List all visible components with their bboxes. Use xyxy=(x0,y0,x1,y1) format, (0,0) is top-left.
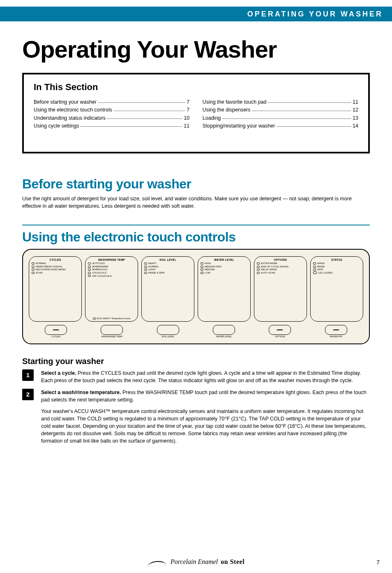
controls-divider: Using the electronic touch controls xyxy=(22,225,370,245)
indicator-led xyxy=(313,269,316,271)
toc-row[interactable]: Using cycle settings11 xyxy=(34,122,189,130)
control-panel-buttons: CYCLESWASH/RINSE TEMPSOIL LEVELWATER LEV… xyxy=(29,325,363,338)
step-number-icon: 1 xyxy=(22,369,34,381)
indicator-led xyxy=(32,262,35,264)
panel-group-cycles: CYCLESNORMALPERM PRESS CASUALDELICATES/ … xyxy=(29,256,82,322)
toc-row[interactable]: Using the dispensers12 xyxy=(203,106,358,114)
indicator-led xyxy=(257,266,260,268)
toc-row[interactable]: Using the favorite touch pad11 xyxy=(203,98,358,106)
panel-group-wash-rinse-temp: WASH/RINSE TEMPHOT/COLDWARM/WARMWARM/COL… xyxy=(85,256,138,322)
in-this-section-title: In This Section xyxy=(34,82,358,93)
section-header-bar: OPERATING YOUR WASHER xyxy=(0,7,392,21)
touchpad-options[interactable]: OPTIONS xyxy=(254,325,306,338)
panel-group-status: STATUSWASHRINSESPINLID LOCKED xyxy=(310,256,363,322)
control-panel-groups: CYCLESNORMALPERM PRESS CASUALDELICATES/ … xyxy=(29,256,363,322)
touchpad-cycles[interactable]: CYCLES xyxy=(30,325,82,338)
page-number: 7 xyxy=(376,559,380,566)
steps-container: 1Select a cycle. Press the CYCLES touch … xyxy=(0,369,392,445)
control-panel-illustration: CYCLESNORMALPERM PRESS CASUALDELICATES/ … xyxy=(22,249,370,344)
indicator-led xyxy=(257,272,260,274)
in-this-section-box: In This Section Before starting your was… xyxy=(22,73,370,153)
indicator-led xyxy=(313,266,316,268)
page-title: Operating Your Washer xyxy=(22,35,392,63)
indicator-led xyxy=(144,262,147,264)
panel-group-options: OPTIONSEXTRA RINSEEND OF CYCLE SIGNALDEL… xyxy=(254,256,307,322)
indicator-led xyxy=(144,269,147,271)
indicator-led xyxy=(88,275,91,277)
indicator-led xyxy=(201,262,203,264)
indicator-led xyxy=(32,272,35,274)
panel-group-water-level: WATER LEVELHIGHMEDIUM HIGHMEDIUMLOW xyxy=(198,256,251,322)
indicator-led xyxy=(257,262,260,264)
indicator-led xyxy=(201,269,203,271)
step-number-icon: 2 xyxy=(22,389,34,400)
footer-brand: Porcelain Enamel on Steel xyxy=(0,558,392,566)
indicator-led xyxy=(88,266,91,268)
indicator-led xyxy=(144,272,147,274)
toc-row[interactable]: Loading13 xyxy=(203,114,358,122)
touchpad-wash-rinse-temp[interactable]: WASH/RINSE TEMP xyxy=(85,325,138,338)
indicator-led xyxy=(144,266,147,268)
touchpad-start-pause[interactable]: PAUSE/OFF xyxy=(310,325,362,338)
footer-swoosh-icon xyxy=(148,559,166,565)
toc-row[interactable]: Understanding status indicators10 xyxy=(34,114,189,122)
step-2: 2Select a wash/rinse temperature. Press … xyxy=(22,389,370,445)
before-starting-heading: Before starting your washer xyxy=(22,176,392,192)
indicator-led xyxy=(32,266,35,268)
touchpad-water-level[interactable]: WATER LEVEL xyxy=(198,325,250,338)
indicator-led xyxy=(88,269,91,271)
panel-group-soil-level: SOIL LEVELHEAVYNORMALLIGHTRINSE & SPIN xyxy=(141,256,194,322)
before-starting-paragraph: Use the right amount of detergent for yo… xyxy=(22,195,370,210)
toc-row[interactable]: Using the electronic touch controls7 xyxy=(34,106,189,114)
indicator-led xyxy=(88,272,91,274)
step-1: 1Select a cycle. Press the CYCLES touch … xyxy=(22,369,370,384)
indicator-led xyxy=(257,269,260,271)
touchpad-soil-level[interactable]: SOIL LEVEL xyxy=(142,325,194,338)
indicator-led xyxy=(88,262,91,264)
indicator-led xyxy=(32,269,35,271)
indicator-led xyxy=(201,272,203,274)
using-controls-heading: Using the electronic touch controls xyxy=(22,230,370,245)
indicator-led xyxy=(201,266,203,268)
toc-columns: Before starting your washer7Using the el… xyxy=(34,98,358,130)
toc-right-column: Using the favorite touch pad11Using the … xyxy=(203,98,358,130)
toc-row[interactable]: Stopping/restarting your washer14 xyxy=(203,122,358,130)
section-header-text: OPERATING YOUR WASHER xyxy=(247,10,383,19)
footer-brand-text: Porcelain Enamel on Steel xyxy=(171,558,244,566)
indicator-led xyxy=(313,262,316,264)
starting-washer-heading: Starting your washer xyxy=(22,357,370,366)
toc-row[interactable]: Before starting your washer7 xyxy=(34,98,189,106)
toc-left-column: Before starting your washer7Using the el… xyxy=(34,98,189,130)
